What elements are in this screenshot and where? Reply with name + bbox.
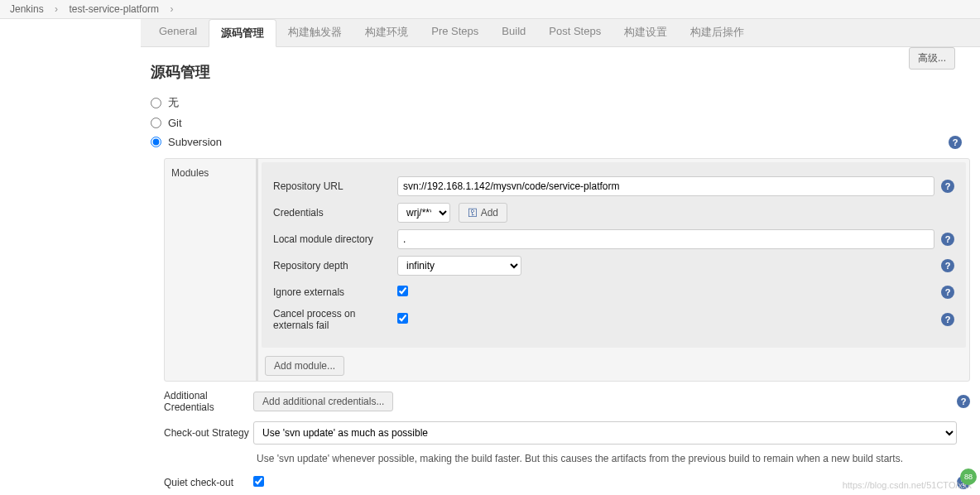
cancel-externals-checkbox[interactable]: [397, 313, 408, 324]
chevron-right-icon: ›: [170, 3, 173, 15]
radio-git[interactable]: [151, 118, 161, 128]
tab-build-env[interactable]: 构建环境: [353, 19, 420, 46]
add-module-button[interactable]: Add module...: [265, 356, 344, 376]
section-title: 源码管理: [151, 62, 970, 82]
local-dir-label: Local module directory: [273, 233, 397, 245]
breadcrumb: Jenkins › test-service-platform ›: [0, 0, 980, 19]
breadcrumb-root[interactable]: Jenkins: [10, 3, 44, 15]
tab-pre-steps[interactable]: Pre Steps: [420, 19, 490, 46]
add-credentials-button[interactable]: ⚿Add: [459, 203, 507, 223]
radio-svn[interactable]: [151, 137, 161, 147]
help-icon[interactable]: ?: [941, 259, 954, 272]
scm-radio-group: 无 Git Subversion ?: [151, 94, 970, 150]
config-tabs: General 源码管理 构建触发器 构建环境 Pre Steps Build …: [141, 19, 980, 47]
credentials-select[interactable]: wrj/******: [397, 203, 450, 223]
chevron-right-icon: ›: [55, 3, 58, 15]
radio-svn-label: Subversion: [168, 136, 222, 148]
tab-post-build[interactable]: 构建后操作: [679, 19, 756, 46]
quiet-checkout-checkbox[interactable]: [253, 476, 264, 487]
modules-label: Modules: [165, 159, 256, 381]
depth-select[interactable]: infinity: [397, 256, 521, 276]
quiet-checkout-label: Quiet check-out: [164, 477, 253, 488]
add-additional-credentials-button[interactable]: Add additional credentials...: [253, 392, 393, 411]
ignore-externals-checkbox[interactable]: [397, 286, 408, 296]
add-cred-label: Add: [481, 207, 498, 219]
cancel-externals-label: Cancel process on externals fail: [273, 308, 397, 331]
repo-url-label: Repository URL: [273, 180, 397, 192]
tab-post-steps[interactable]: Post Steps: [537, 19, 612, 46]
help-icon[interactable]: ?: [941, 313, 954, 326]
tab-build-settings[interactable]: 构建设置: [612, 19, 679, 46]
help-icon[interactable]: ?: [941, 286, 954, 299]
advanced-button-top[interactable]: 高级...: [909, 47, 955, 70]
additional-credentials-label: Additional Credentials: [164, 390, 253, 413]
help-icon[interactable]: ?: [949, 136, 962, 149]
help-icon[interactable]: ?: [941, 233, 954, 246]
checkout-strategy-description: Use 'svn update' whenever possible, maki…: [257, 453, 970, 464]
radio-none-label: 无: [168, 95, 179, 110]
checkout-strategy-select[interactable]: Use 'svn update' as much as possible: [253, 421, 957, 445]
scm-option-none[interactable]: 无: [151, 94, 970, 112]
scm-option-git[interactable]: Git: [151, 115, 970, 131]
tab-triggers[interactable]: 构建触发器: [276, 19, 353, 46]
tab-general[interactable]: General: [147, 19, 209, 46]
checkout-strategy-label: Check-out Strategy: [164, 427, 253, 439]
repo-url-input[interactable]: [397, 176, 934, 196]
ignore-externals-label: Ignore externals: [273, 286, 397, 298]
modules-section: Modules Repository URL ? Credentials wrj…: [164, 158, 970, 382]
help-icon[interactable]: ?: [957, 395, 970, 408]
credentials-label: Credentials: [273, 207, 397, 219]
breadcrumb-project[interactable]: test-service-platform: [69, 3, 159, 15]
status-badge: 88: [960, 469, 977, 485]
local-dir-input[interactable]: [397, 229, 934, 249]
radio-none[interactable]: [151, 98, 161, 108]
depth-label: Repository depth: [273, 260, 397, 272]
tab-scm[interactable]: 源码管理: [209, 19, 276, 47]
help-icon[interactable]: ?: [941, 180, 954, 193]
scm-option-svn[interactable]: Subversion ?: [151, 134, 970, 150]
tab-build[interactable]: Build: [490, 19, 537, 46]
radio-git-label: Git: [168, 117, 182, 129]
key-icon: ⚿: [468, 207, 478, 219]
